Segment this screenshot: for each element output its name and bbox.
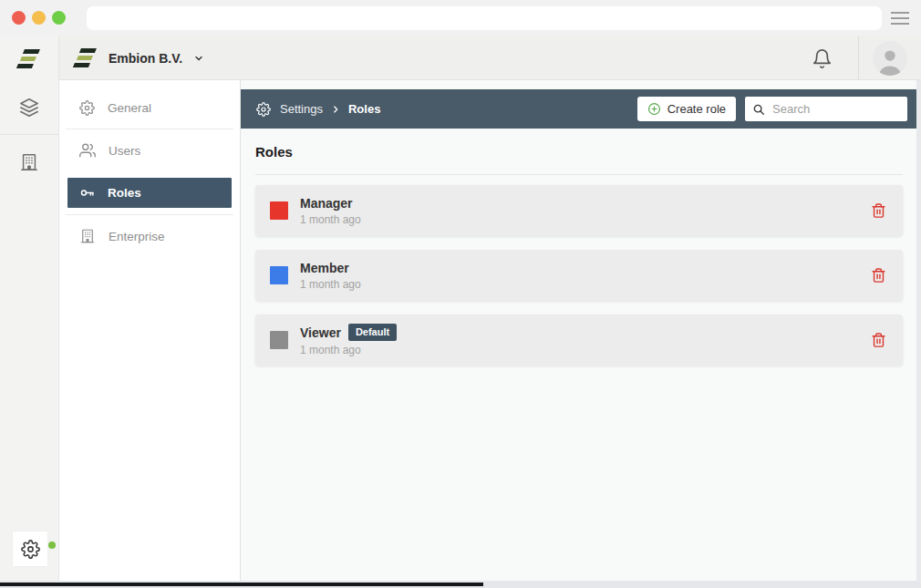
gear-icon — [79, 100, 95, 116]
notifications-button[interactable] — [786, 36, 858, 80]
sidebar-item-users[interactable]: Users — [59, 129, 240, 171]
sidebar-item-label: Users — [109, 144, 140, 158]
role-updated-time: 1 month ago — [300, 344, 397, 356]
gear-icon — [256, 102, 271, 117]
sidebar-item-enterprise[interactable]: Enterprise — [59, 215, 240, 257]
bell-icon — [812, 48, 833, 69]
role-name: Manager — [300, 196, 353, 211]
window-bottom-border — [0, 583, 483, 586]
roles-panel: Roles Manager 1 month ago — [241, 129, 916, 366]
icon-rail — [0, 36, 59, 581]
sidebar-item-label: Roles — [108, 186, 141, 200]
role-color-swatch — [270, 331, 288, 349]
chevron-right-icon — [331, 105, 340, 114]
person-icon — [874, 45, 905, 76]
window-controls — [12, 11, 66, 25]
rail-item-enterprise[interactable] — [0, 135, 58, 189]
gear-icon — [21, 540, 40, 559]
role-updated-time: 1 month ago — [300, 278, 361, 291]
rail-settings-button[interactable] — [13, 531, 47, 566]
browser-chrome — [0, 0, 921, 36]
breadcrumb-bar: Settings Roles Create role — [241, 89, 916, 129]
building-icon — [19, 152, 39, 172]
maximize-window-button[interactable] — [52, 11, 66, 25]
user-menu-button[interactable] — [859, 36, 921, 80]
app-logo-icon — [17, 49, 41, 68]
create-role-button[interactable]: Create role — [637, 97, 736, 121]
plus-circle-icon — [647, 102, 661, 116]
role-row-manager[interactable]: Manager 1 month ago — [255, 185, 903, 236]
role-row-member[interactable]: Member 1 month ago — [255, 250, 903, 301]
avatar — [873, 41, 907, 76]
rail-item-layers[interactable] — [0, 80, 58, 134]
delete-role-button[interactable] — [869, 330, 888, 350]
role-name: Viewer — [300, 325, 341, 340]
sidebar-item-roles[interactable]: Roles — [67, 178, 232, 208]
delete-role-button[interactable] — [869, 265, 888, 285]
close-window-button[interactable] — [12, 11, 26, 25]
scrollbar-track[interactable] — [916, 80, 921, 588]
header-actions — [786, 36, 921, 80]
breadcrumb-settings-link[interactable]: Settings — [280, 102, 323, 116]
search-icon — [752, 103, 765, 116]
browser-menu-icon[interactable] — [891, 12, 909, 25]
sidebar-item-label: Enterprise — [109, 230, 165, 243]
breadcrumb-current[interactable]: Roles — [348, 102, 380, 116]
settings-sidebar: General Users Roles Enterprise — [59, 80, 241, 581]
company-name: Embion B.V. — [109, 51, 182, 66]
chevron-down-icon — [193, 53, 204, 64]
content-area: Settings Roles Create role Roles — [241, 80, 916, 581]
app-header: Embion B.V. — [59, 36, 921, 80]
trash-icon — [871, 332, 886, 348]
title-divider — [255, 174, 903, 175]
company-logo-icon — [74, 48, 98, 67]
rail-logo — [0, 36, 58, 80]
building-icon — [79, 228, 96, 244]
role-color-swatch — [270, 266, 288, 284]
online-status-dot — [48, 542, 56, 549]
role-row-viewer[interactable]: Viewer Default 1 month ago — [255, 315, 903, 366]
minimize-window-button[interactable] — [32, 11, 46, 25]
app-window: Embion B.V. — [0, 36, 921, 588]
company-switcher[interactable]: Embion B.V. — [74, 48, 204, 67]
delete-role-button[interactable] — [869, 201, 888, 221]
trash-icon — [871, 202, 886, 219]
create-role-label: Create role — [667, 102, 726, 116]
sidebar-item-general[interactable]: General — [59, 87, 240, 129]
layers-icon — [19, 98, 39, 118]
role-name: Member — [300, 261, 349, 275]
search-box — [745, 97, 907, 121]
sidebar-item-label: General — [108, 101, 151, 115]
default-badge: Default — [348, 324, 397, 341]
screenshot: Embion B.V. — [0, 0, 921, 588]
role-color-swatch — [270, 201, 288, 220]
trash-icon — [871, 267, 886, 284]
users-icon — [79, 142, 96, 159]
search-input[interactable] — [772, 102, 891, 116]
page-title: Roles — [255, 144, 903, 160]
role-updated-time: 1 month ago — [300, 213, 361, 226]
address-bar[interactable] — [87, 6, 882, 30]
key-icon — [79, 185, 95, 201]
